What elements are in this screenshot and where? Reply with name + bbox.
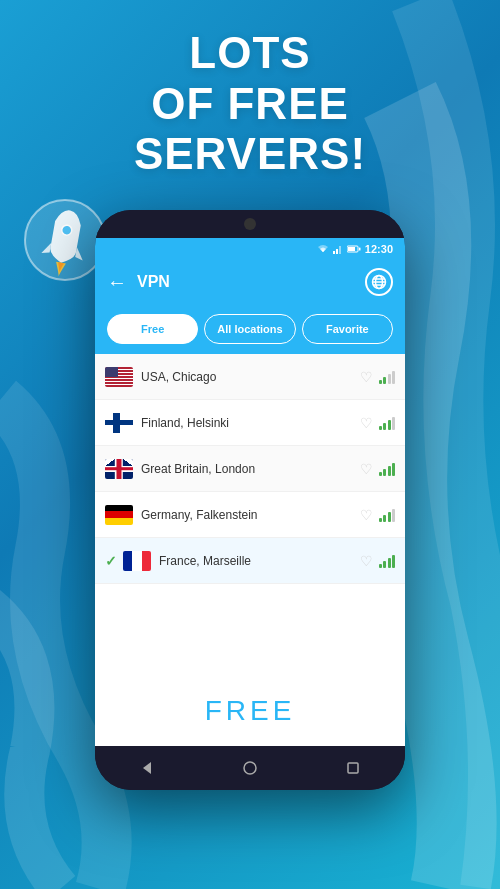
flag-uk [105, 459, 133, 479]
signal-icon [379, 416, 396, 430]
svg-rect-7 [359, 248, 361, 251]
phone-bottom-nav [95, 746, 405, 790]
server-item[interactable]: Great Britain, London ♡ [95, 446, 405, 492]
status-bar: 12:30 [95, 238, 405, 260]
svg-point-14 [244, 762, 256, 774]
server-item[interactable]: Finland, Helsinki ♡ [95, 400, 405, 446]
nav-recents-button[interactable] [343, 758, 363, 778]
headline: Lots of free servers! [0, 28, 500, 180]
nav-home-button[interactable] [240, 758, 260, 778]
globe-icon[interactable] [365, 268, 393, 296]
app-header: ← VPN [95, 260, 405, 304]
headline-line1: Lots [189, 28, 310, 77]
headline-line2: of free [151, 79, 349, 128]
flag-finland [105, 413, 133, 433]
server-name-finland: Finland, Helsinki [141, 416, 360, 430]
svg-rect-3 [336, 249, 338, 254]
tab-favorite[interactable]: Favorite [302, 314, 393, 344]
signal-icon [379, 462, 396, 476]
signal-icon [379, 508, 396, 522]
free-label-area: FREE [95, 676, 405, 746]
status-time: 12:30 [365, 243, 393, 255]
server-item-selected[interactable]: ✓ France, Marseille ♡ [95, 538, 405, 584]
svg-rect-6 [348, 247, 355, 251]
signal-icon [379, 554, 396, 568]
heart-icon[interactable]: ♡ [360, 369, 373, 385]
heart-icon[interactable]: ♡ [360, 507, 373, 523]
server-name-uk: Great Britain, London [141, 462, 360, 476]
svg-rect-4 [339, 246, 341, 254]
tab-free[interactable]: Free [107, 314, 198, 344]
back-button[interactable]: ← [107, 271, 127, 294]
phone-top [95, 210, 405, 238]
tab-bar: Free All locations Favorite [95, 304, 405, 354]
svg-rect-2 [333, 251, 335, 254]
signal-icon [379, 370, 396, 384]
phone-camera [244, 218, 256, 230]
server-item[interactable]: USA, Chicago ♡ [95, 354, 405, 400]
flag-france [123, 551, 151, 571]
connected-check: ✓ [105, 553, 117, 569]
heart-icon[interactable]: ♡ [360, 415, 373, 431]
flag-usa [105, 367, 133, 387]
svg-point-1 [61, 224, 73, 236]
svg-rect-15 [348, 763, 358, 773]
svg-marker-13 [143, 762, 151, 774]
app-screen: ← VPN Free All locations Favorit [95, 260, 405, 746]
heart-icon[interactable]: ♡ [360, 461, 373, 477]
server-list: USA, Chicago ♡ Finland, Helsinki ♡ [95, 354, 405, 676]
server-name-france: France, Marseille [159, 554, 360, 568]
heart-icon[interactable]: ♡ [360, 553, 373, 569]
server-name-germany: Germany, Falkenstein [141, 508, 360, 522]
server-name-usa: USA, Chicago [141, 370, 360, 384]
server-item[interactable]: Germany, Falkenstein ♡ [95, 492, 405, 538]
app-title: VPN [137, 273, 365, 291]
headline-line3: servers! [134, 129, 366, 178]
nav-back-button[interactable] [137, 758, 157, 778]
free-label: FREE [205, 695, 296, 727]
status-bar-icons: 12:30 [317, 243, 393, 255]
tab-all-locations[interactable]: All locations [204, 314, 295, 344]
phone-frame: 12:30 ← VPN Free All lo [95, 210, 405, 790]
flag-germany [105, 505, 133, 525]
